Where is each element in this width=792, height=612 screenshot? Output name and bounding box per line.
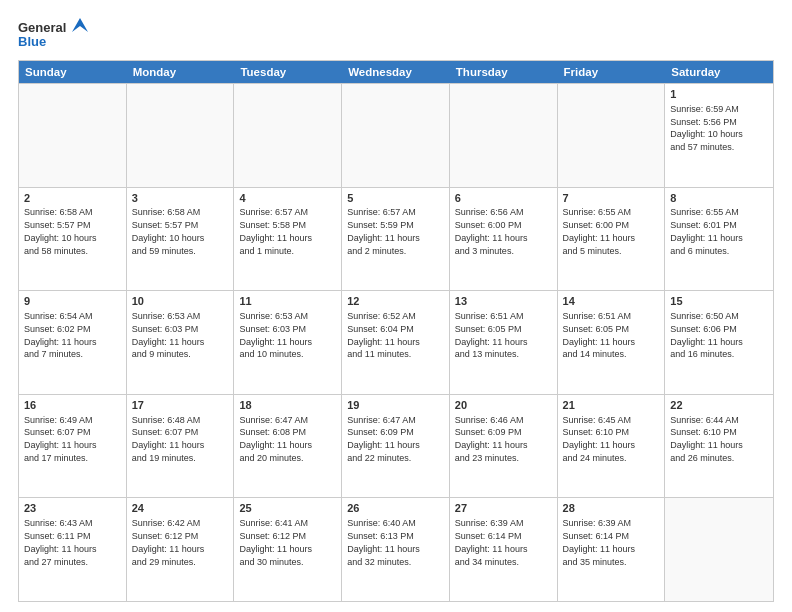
day-info: Sunrise: 6:56 AM Sunset: 6:00 PM Dayligh… (455, 207, 528, 255)
day-cell-13: 13Sunrise: 6:51 AM Sunset: 6:05 PM Dayli… (450, 291, 558, 394)
day-cell-24: 24Sunrise: 6:42 AM Sunset: 6:12 PM Dayli… (127, 498, 235, 601)
calendar: SundayMondayTuesdayWednesdayThursdayFrid… (18, 60, 774, 602)
header-day-sunday: Sunday (19, 61, 127, 83)
day-number: 6 (455, 191, 552, 206)
day-info: Sunrise: 6:48 AM Sunset: 6:07 PM Dayligh… (132, 415, 205, 463)
day-info: Sunrise: 6:50 AM Sunset: 6:06 PM Dayligh… (670, 311, 743, 359)
day-info: Sunrise: 6:53 AM Sunset: 6:03 PM Dayligh… (239, 311, 312, 359)
day-cell-27: 27Sunrise: 6:39 AM Sunset: 6:14 PM Dayli… (450, 498, 558, 601)
day-info: Sunrise: 6:44 AM Sunset: 6:10 PM Dayligh… (670, 415, 743, 463)
day-info: Sunrise: 6:58 AM Sunset: 5:57 PM Dayligh… (24, 207, 97, 255)
day-info: Sunrise: 6:57 AM Sunset: 5:59 PM Dayligh… (347, 207, 420, 255)
header-day-thursday: Thursday (450, 61, 558, 83)
day-number: 12 (347, 294, 444, 309)
day-info: Sunrise: 6:45 AM Sunset: 6:10 PM Dayligh… (563, 415, 636, 463)
day-number: 10 (132, 294, 229, 309)
day-info: Sunrise: 6:55 AM Sunset: 6:00 PM Dayligh… (563, 207, 636, 255)
day-number: 23 (24, 501, 121, 516)
day-number: 25 (239, 501, 336, 516)
day-cell-11: 11Sunrise: 6:53 AM Sunset: 6:03 PM Dayli… (234, 291, 342, 394)
day-cell-14: 14Sunrise: 6:51 AM Sunset: 6:05 PM Dayli… (558, 291, 666, 394)
day-cell-25: 25Sunrise: 6:41 AM Sunset: 6:12 PM Dayli… (234, 498, 342, 601)
week-row-1: 2Sunrise: 6:58 AM Sunset: 5:57 PM Daylig… (19, 187, 773, 291)
header-day-monday: Monday (127, 61, 235, 83)
day-number: 15 (670, 294, 768, 309)
day-cell-5: 5Sunrise: 6:57 AM Sunset: 5:59 PM Daylig… (342, 188, 450, 291)
empty-cell-0-5 (558, 84, 666, 187)
day-number: 2 (24, 191, 121, 206)
day-number: 13 (455, 294, 552, 309)
day-number: 3 (132, 191, 229, 206)
week-row-4: 23Sunrise: 6:43 AM Sunset: 6:11 PM Dayli… (19, 497, 773, 601)
day-number: 9 (24, 294, 121, 309)
day-number: 17 (132, 398, 229, 413)
day-info: Sunrise: 6:49 AM Sunset: 6:07 PM Dayligh… (24, 415, 97, 463)
day-info: Sunrise: 6:57 AM Sunset: 5:58 PM Dayligh… (239, 207, 312, 255)
svg-text:General: General (18, 20, 66, 35)
day-number: 11 (239, 294, 336, 309)
header: General Blue (18, 16, 774, 52)
day-number: 28 (563, 501, 660, 516)
day-number: 22 (670, 398, 768, 413)
day-number: 27 (455, 501, 552, 516)
day-cell-17: 17Sunrise: 6:48 AM Sunset: 6:07 PM Dayli… (127, 395, 235, 498)
day-info: Sunrise: 6:51 AM Sunset: 6:05 PM Dayligh… (563, 311, 636, 359)
day-info: Sunrise: 6:53 AM Sunset: 6:03 PM Dayligh… (132, 311, 205, 359)
day-cell-4: 4Sunrise: 6:57 AM Sunset: 5:58 PM Daylig… (234, 188, 342, 291)
day-cell-1: 1Sunrise: 6:59 AM Sunset: 5:56 PM Daylig… (665, 84, 773, 187)
day-info: Sunrise: 6:59 AM Sunset: 5:56 PM Dayligh… (670, 104, 743, 152)
day-info: Sunrise: 6:47 AM Sunset: 6:08 PM Dayligh… (239, 415, 312, 463)
header-day-friday: Friday (558, 61, 666, 83)
day-number: 8 (670, 191, 768, 206)
day-number: 20 (455, 398, 552, 413)
day-info: Sunrise: 6:39 AM Sunset: 6:14 PM Dayligh… (563, 518, 636, 566)
empty-cell-0-3 (342, 84, 450, 187)
week-row-0: 1Sunrise: 6:59 AM Sunset: 5:56 PM Daylig… (19, 83, 773, 187)
day-number: 16 (24, 398, 121, 413)
day-cell-9: 9Sunrise: 6:54 AM Sunset: 6:02 PM Daylig… (19, 291, 127, 394)
empty-cell-0-0 (19, 84, 127, 187)
day-info: Sunrise: 6:46 AM Sunset: 6:09 PM Dayligh… (455, 415, 528, 463)
page: General Blue SundayMondayTuesdayWednesda… (0, 0, 792, 612)
empty-cell-4-6 (665, 498, 773, 601)
day-info: Sunrise: 6:58 AM Sunset: 5:57 PM Dayligh… (132, 207, 205, 255)
empty-cell-0-2 (234, 84, 342, 187)
day-number: 7 (563, 191, 660, 206)
day-cell-22: 22Sunrise: 6:44 AM Sunset: 6:10 PM Dayli… (665, 395, 773, 498)
day-info: Sunrise: 6:47 AM Sunset: 6:09 PM Dayligh… (347, 415, 420, 463)
header-day-saturday: Saturday (665, 61, 773, 83)
day-number: 19 (347, 398, 444, 413)
calendar-body: 1Sunrise: 6:59 AM Sunset: 5:56 PM Daylig… (19, 83, 773, 601)
day-cell-26: 26Sunrise: 6:40 AM Sunset: 6:13 PM Dayli… (342, 498, 450, 601)
day-cell-2: 2Sunrise: 6:58 AM Sunset: 5:57 PM Daylig… (19, 188, 127, 291)
week-row-3: 16Sunrise: 6:49 AM Sunset: 6:07 PM Dayli… (19, 394, 773, 498)
day-info: Sunrise: 6:52 AM Sunset: 6:04 PM Dayligh… (347, 311, 420, 359)
empty-cell-0-1 (127, 84, 235, 187)
svg-marker-2 (72, 18, 88, 32)
day-cell-19: 19Sunrise: 6:47 AM Sunset: 6:09 PM Dayli… (342, 395, 450, 498)
day-cell-28: 28Sunrise: 6:39 AM Sunset: 6:14 PM Dayli… (558, 498, 666, 601)
day-cell-3: 3Sunrise: 6:58 AM Sunset: 5:57 PM Daylig… (127, 188, 235, 291)
day-number: 21 (563, 398, 660, 413)
day-number: 24 (132, 501, 229, 516)
day-number: 26 (347, 501, 444, 516)
day-cell-16: 16Sunrise: 6:49 AM Sunset: 6:07 PM Dayli… (19, 395, 127, 498)
day-number: 1 (670, 87, 768, 102)
day-cell-8: 8Sunrise: 6:55 AM Sunset: 6:01 PM Daylig… (665, 188, 773, 291)
empty-cell-0-4 (450, 84, 558, 187)
day-cell-15: 15Sunrise: 6:50 AM Sunset: 6:06 PM Dayli… (665, 291, 773, 394)
day-info: Sunrise: 6:39 AM Sunset: 6:14 PM Dayligh… (455, 518, 528, 566)
week-row-2: 9Sunrise: 6:54 AM Sunset: 6:02 PM Daylig… (19, 290, 773, 394)
day-info: Sunrise: 6:40 AM Sunset: 6:13 PM Dayligh… (347, 518, 420, 566)
day-number: 4 (239, 191, 336, 206)
day-number: 14 (563, 294, 660, 309)
header-day-tuesday: Tuesday (234, 61, 342, 83)
day-cell-12: 12Sunrise: 6:52 AM Sunset: 6:04 PM Dayli… (342, 291, 450, 394)
day-cell-6: 6Sunrise: 6:56 AM Sunset: 6:00 PM Daylig… (450, 188, 558, 291)
day-cell-7: 7Sunrise: 6:55 AM Sunset: 6:00 PM Daylig… (558, 188, 666, 291)
logo-svg: General Blue (18, 16, 88, 52)
day-info: Sunrise: 6:51 AM Sunset: 6:05 PM Dayligh… (455, 311, 528, 359)
svg-text:Blue: Blue (18, 34, 46, 49)
day-info: Sunrise: 6:41 AM Sunset: 6:12 PM Dayligh… (239, 518, 312, 566)
day-info: Sunrise: 6:43 AM Sunset: 6:11 PM Dayligh… (24, 518, 97, 566)
